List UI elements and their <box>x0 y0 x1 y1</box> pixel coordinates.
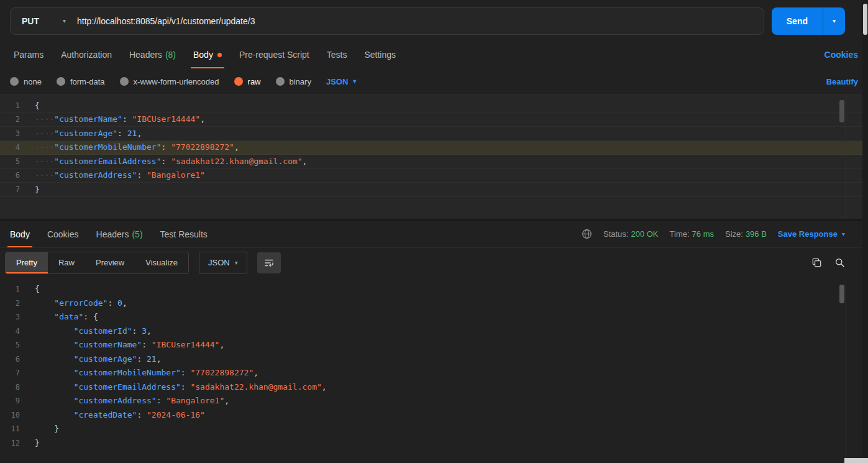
wrap-text-icon <box>264 258 274 268</box>
raw-language-selector[interactable]: JSON ▾ <box>326 77 356 86</box>
response-tab-cookies[interactable]: Cookies <box>39 221 88 247</box>
code-line[interactable]: 11 } <box>0 422 868 436</box>
send-split-button: Send ▾ <box>772 7 845 35</box>
response-tab-body[interactable]: Body <box>1 221 39 247</box>
page-horizontal-scrollbar-thumb[interactable] <box>844 458 868 463</box>
line-number: 5 <box>0 155 27 169</box>
line-number: 2 <box>0 296 27 311</box>
page-scrollbar-thumb[interactable] <box>863 4 867 35</box>
response-tab-headers[interactable]: Headers(5) <box>88 221 152 247</box>
line-number: 6 <box>0 352 27 367</box>
code-line[interactable]: 6 "customerAge": 21, <box>0 352 868 367</box>
code-line[interactable]: 3····"customerAge": 21, <box>0 127 868 141</box>
body-mode-binary[interactable]: binary <box>276 77 311 86</box>
tab-authorization[interactable]: Authorization <box>52 41 121 68</box>
chevron-down-icon: ▾ <box>63 18 66 24</box>
response-body-editor[interactable]: 1{2 "errorCode": 0,3 "data": {4 "custome… <box>0 277 868 463</box>
response-tab-test-results[interactable]: Test Results <box>152 221 216 247</box>
line-number: 6 <box>0 168 27 183</box>
code-line[interactable]: 4····"customerMobileNumber": "7702289827… <box>0 141 868 155</box>
send-button[interactable]: Send <box>772 7 823 35</box>
view-pretty[interactable]: Pretty <box>6 252 48 273</box>
method-label: PUT <box>22 16 39 26</box>
line-number: 10 <box>0 408 27 423</box>
line-number: 12 <box>0 436 27 451</box>
code-line[interactable]: 12} <box>0 436 868 451</box>
method-selector[interactable]: PUT ▾ <box>11 16 77 26</box>
line-number: 1 <box>0 99 27 113</box>
request-tabs: Params Authorization Headers(8) Body Pre… <box>0 41 868 68</box>
line-number: 7 <box>0 366 27 380</box>
response-header: Body Cookies Headers(5) Test Results Sta… <box>0 220 868 247</box>
page-scrollbar-track <box>862 0 868 463</box>
radio-icon <box>10 77 19 86</box>
body-modified-dot-icon <box>217 53 222 57</box>
request-bar: PUT ▾ http://localhost:8085/api/v1/custo… <box>0 0 868 41</box>
line-number: 5 <box>0 338 27 352</box>
line-number: 3 <box>0 127 27 141</box>
scrollbar-thumb[interactable] <box>839 100 844 122</box>
line-number: 7 <box>0 183 27 197</box>
code-line[interactable]: 10 "createdDate": "2024-06-16" <box>0 408 868 423</box>
response-toolbar-actions <box>811 257 845 268</box>
headers-count-badge: (8) <box>165 50 176 60</box>
code-line[interactable]: 1{ <box>0 282 868 296</box>
code-line[interactable]: 1{ <box>0 99 868 113</box>
tab-headers[interactable]: Headers(8) <box>121 41 185 68</box>
scrollbar-thumb[interactable] <box>839 285 844 303</box>
tab-tests[interactable]: Tests <box>318 41 356 68</box>
globe-icon[interactable] <box>582 229 592 239</box>
line-number: 9 <box>0 394 27 408</box>
code-line[interactable]: 4 "customerId": 3, <box>0 324 868 339</box>
code-line[interactable]: 5 "customerName": "IBCUser14444", <box>0 338 868 352</box>
line-number: 8 <box>0 380 27 395</box>
radio-selected-icon <box>234 77 243 86</box>
response-headers-count-badge: (5) <box>132 229 142 239</box>
view-preview[interactable]: Preview <box>85 252 135 273</box>
tab-pre-request-script[interactable]: Pre-request Script <box>231 41 318 68</box>
search-icon[interactable] <box>834 257 845 268</box>
body-mode-row: none form-data x-www-form-urlencoded raw… <box>0 68 868 94</box>
code-line[interactable]: 8 "customerEmailAddress": "sadakhat22.kh… <box>0 380 868 395</box>
line-number: 1 <box>0 282 27 296</box>
scrollbar-track <box>846 277 846 463</box>
line-number: 2 <box>0 112 27 127</box>
response-language-selector[interactable]: JSON ▾ <box>199 252 247 274</box>
body-mode-form-data[interactable]: form-data <box>57 77 105 86</box>
code-line[interactable]: 7} <box>0 183 868 197</box>
code-line[interactable]: 5····"customerEmailAddress": "sadakhat22… <box>0 155 868 169</box>
code-line[interactable]: 6····"customerAddress": "Bangalore1" <box>0 169 868 183</box>
line-number: 11 <box>0 422 27 436</box>
beautify-link[interactable]: Beautify <box>826 77 858 86</box>
body-mode-raw[interactable]: raw <box>234 77 261 86</box>
tab-settings[interactable]: Settings <box>355 41 404 68</box>
tab-body[interactable]: Body <box>185 41 231 68</box>
chevron-down-icon: ▾ <box>235 260 238 266</box>
code-line[interactable]: 2 "errorCode": 0, <box>0 296 868 311</box>
tab-params[interactable]: Params <box>5 41 52 68</box>
radio-icon <box>120 77 129 86</box>
code-line[interactable]: 7 "customerMobileNumber": "77022898272", <box>0 366 868 380</box>
size-badge: Size:396 B <box>725 229 767 239</box>
save-response-button[interactable]: Save Response ▾ <box>778 229 845 239</box>
view-visualize[interactable]: Visualize <box>135 252 188 273</box>
wrap-text-button[interactable] <box>257 252 281 273</box>
code-line[interactable]: 2····"customerName": "IBCUser14444", <box>0 113 868 127</box>
body-mode-urlencoded[interactable]: x-www-form-urlencoded <box>120 77 219 86</box>
cookies-link[interactable]: Cookies <box>825 41 858 68</box>
code-line[interactable]: 9 "customerAddress": "Bangalore1", <box>0 394 868 408</box>
body-mode-none[interactable]: none <box>10 77 42 86</box>
line-number: 3 <box>0 310 27 324</box>
send-options-button[interactable]: ▾ <box>823 7 845 35</box>
request-body-editor[interactable]: 1{2····"customerName": "IBCUser14444",3·… <box>0 94 868 220</box>
line-number: 4 <box>0 324 27 339</box>
copy-icon[interactable] <box>811 257 822 268</box>
response-view-switcher: Pretty Raw Preview Visualize <box>5 252 189 274</box>
chevron-down-icon: ▾ <box>353 78 356 85</box>
status-badge: Status:200 OK <box>603 229 659 239</box>
response-toolbar: Pretty Raw Preview Visualize JSON ▾ <box>0 247 868 277</box>
url-box: PUT ▾ http://localhost:8085/api/v1/custo… <box>10 7 764 35</box>
code-line[interactable]: 3 "data": { <box>0 310 868 324</box>
view-raw[interactable]: Raw <box>48 252 85 273</box>
url-input[interactable]: http://localhost:8085/api/v1/customer/up… <box>77 16 255 26</box>
